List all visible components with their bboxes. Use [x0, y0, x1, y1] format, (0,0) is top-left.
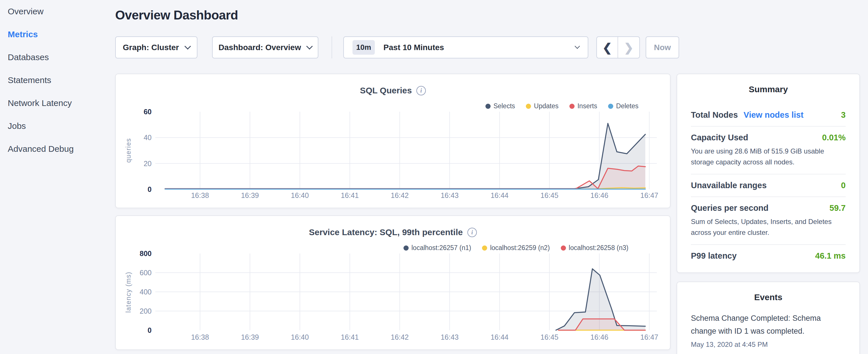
- legend-dot-icon: [561, 246, 566, 251]
- view-nodes-list-link[interactable]: View nodes list: [744, 110, 804, 120]
- svg-text:800: 800: [140, 250, 152, 257]
- info-icon[interactable]: i: [467, 228, 477, 237]
- svg-text:16:42: 16:42: [391, 333, 409, 341]
- chart-legend: SelectsUpdatesInsertsDeletes: [486, 102, 639, 110]
- legend-label: Selects: [493, 102, 515, 110]
- overview-dashboard-page: OverviewMetricsDatabasesStatementsNetwor…: [0, 0, 868, 354]
- sidebar-item-advanced-debug[interactable]: Advanced Debug: [0, 137, 115, 160]
- summary-row-description: Sum of Selects, Updates, Inserts, and De…: [691, 216, 846, 238]
- event-item[interactable]: Schema Change Completed: Schema change w…: [691, 312, 846, 349]
- legend-dot-icon: [486, 104, 491, 109]
- dashboard-dropdown[interactable]: Dashboard: Overview: [212, 36, 318, 58]
- time-range-label: Past 10 Minutes: [383, 43, 444, 52]
- info-icon[interactable]: i: [416, 86, 426, 95]
- summary-panel: Summary Total NodesView nodes list3Capac…: [677, 74, 860, 273]
- summary-row: Unavailable ranges0: [691, 174, 846, 197]
- sidebar-item-databases[interactable]: Databases: [0, 46, 115, 69]
- svg-text:16:40: 16:40: [291, 191, 309, 199]
- summary-row: Queries per second59.7Sum of Selects, Up…: [691, 197, 846, 245]
- dashboard-dropdown-label: Dashboard: Overview: [219, 43, 301, 52]
- legend-item[interactable]: Selects: [486, 102, 515, 110]
- event-text: Schema Change Completed: Schema change w…: [691, 312, 846, 338]
- svg-text:60: 60: [144, 108, 152, 116]
- page-title: Overview Dashboard: [115, 8, 238, 22]
- summary-row-value: 0: [841, 181, 846, 190]
- sidebar-item-jobs[interactable]: Jobs: [0, 115, 115, 137]
- svg-text:16:43: 16:43: [441, 191, 459, 199]
- chart-title-row: SQL Queries i: [116, 86, 670, 95]
- summary-row-value: 59.7: [830, 203, 846, 213]
- chevron-down-icon: [575, 43, 580, 49]
- time-prev-button[interactable]: ❮: [597, 37, 618, 58]
- svg-text:16:46: 16:46: [590, 191, 608, 199]
- service-latency-chart-card: 16:3816:3916:4016:4116:4216:4316:4416:45…: [115, 215, 671, 350]
- svg-text:16:41: 16:41: [341, 333, 359, 341]
- legend-item[interactable]: Inserts: [569, 102, 597, 110]
- summary-row-label: Queries per second: [691, 203, 769, 213]
- legend-label: Inserts: [578, 102, 597, 110]
- svg-text:queries: queries: [125, 138, 132, 163]
- legend-item[interactable]: localhost:26258 (n3): [561, 244, 628, 252]
- svg-text:40: 40: [144, 133, 152, 141]
- summary-row-value: 46.1 ms: [815, 251, 846, 261]
- sidebar-item-metrics[interactable]: Metrics: [0, 23, 115, 46]
- summary-rows: Total NodesView nodes list3Capacity Used…: [691, 104, 846, 267]
- legend-label: localhost:26259 (n2): [490, 244, 550, 252]
- time-range-dropdown[interactable]: 10m Past 10 Minutes: [343, 36, 588, 58]
- legend-label: localhost:26258 (n3): [569, 244, 628, 252]
- sidebar-item-network-latency[interactable]: Network Latency: [0, 92, 115, 115]
- chevron-left-icon: ❮: [602, 41, 612, 54]
- summary-row: P99 latency46.1 ms: [691, 245, 846, 267]
- svg-text:20: 20: [144, 160, 152, 167]
- svg-text:latency (ms): latency (ms): [125, 271, 132, 313]
- sidebar-list: OverviewMetricsDatabasesStatementsNetwor…: [0, 0, 115, 160]
- svg-text:400: 400: [140, 288, 152, 296]
- time-next-button[interactable]: ❯: [618, 37, 639, 58]
- svg-text:16:46: 16:46: [590, 333, 608, 341]
- legend-dot-icon: [608, 104, 613, 109]
- legend-item[interactable]: localhost:26259 (n2): [482, 244, 550, 252]
- svg-text:16:45: 16:45: [540, 191, 559, 199]
- legend-dot-icon: [526, 104, 531, 109]
- summary-row-description: You are using 28.6 MiB of 515.9 GiB usab…: [691, 146, 846, 167]
- sidebar-item-overview[interactable]: Overview: [0, 0, 115, 23]
- chart-legend: localhost:26257 (n1)localhost:26259 (n2)…: [403, 244, 628, 252]
- chevron-down-icon: [306, 43, 313, 50]
- summary-row-label: Capacity Used: [691, 133, 748, 142]
- svg-text:200: 200: [140, 307, 152, 315]
- svg-text:16:41: 16:41: [341, 191, 359, 199]
- graph-dropdown[interactable]: Graph: Cluster: [115, 36, 197, 58]
- svg-text:16:47: 16:47: [641, 333, 658, 341]
- svg-text:16:44: 16:44: [491, 191, 509, 199]
- svg-text:0: 0: [148, 185, 152, 193]
- legend-label: Updates: [534, 102, 559, 110]
- legend-item[interactable]: localhost:26257 (n1): [403, 244, 471, 252]
- chart-title: SQL Queries: [360, 86, 412, 95]
- legend-item[interactable]: Deletes: [608, 102, 639, 110]
- legend-label: localhost:26257 (n1): [411, 244, 471, 252]
- svg-text:16:39: 16:39: [241, 191, 259, 199]
- legend-item[interactable]: Updates: [526, 102, 559, 110]
- chart-title: Service Latency: SQL, 99th percentile: [309, 227, 463, 237]
- summary-row: Capacity Used0.01%You are using 28.6 MiB…: [691, 127, 846, 174]
- now-button-label: Now: [654, 43, 671, 52]
- sidebar-item-statements[interactable]: Statements: [0, 69, 115, 92]
- chevron-right-icon: ❯: [624, 41, 633, 54]
- toolbar-divider: [332, 36, 332, 58]
- svg-text:16:44: 16:44: [491, 333, 509, 341]
- summary-row-value: 0.01%: [822, 133, 846, 142]
- svg-text:16:43: 16:43: [441, 333, 459, 341]
- chart-title-row: Service Latency: SQL, 99th percentile i: [116, 227, 670, 237]
- svg-text:16:39: 16:39: [241, 333, 259, 341]
- legend-label: Deletes: [616, 102, 639, 110]
- chevron-down-icon: [184, 43, 191, 50]
- now-button[interactable]: Now: [646, 36, 679, 58]
- event-timestamp: May 13, 2020 at 4:45 PM: [691, 341, 846, 349]
- summary-row-label: P99 latency: [691, 251, 737, 261]
- summary-title: Summary: [691, 85, 846, 94]
- summary-row-label: Total Nodes: [691, 110, 738, 120]
- sql-queries-chart-card: 16:3816:3916:4016:4116:4216:4316:4416:45…: [115, 74, 671, 208]
- svg-text:600: 600: [140, 269, 152, 277]
- events-title: Events: [691, 292, 846, 302]
- time-step-buttons: ❮ ❯: [596, 36, 640, 58]
